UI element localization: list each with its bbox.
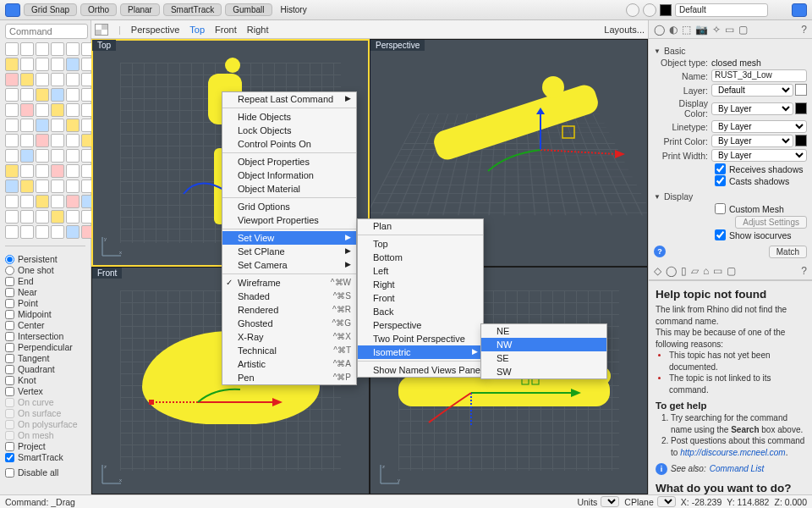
cube-icon[interactable]: ▱	[691, 265, 699, 277]
tool-button[interactable]	[51, 210, 64, 224]
info-icon[interactable]: ?	[654, 246, 666, 257]
layers-icon[interactable]: ◇	[654, 265, 661, 277]
display-icon[interactable]: ▭	[725, 24, 734, 36]
midpoint-checkbox[interactable]	[5, 310, 14, 319]
tool-button[interactable]	[66, 73, 80, 86]
tool-button[interactable]	[5, 225, 19, 239]
objprops2-icon[interactable]: ◯	[666, 265, 677, 277]
stop-icon[interactable]	[643, 3, 656, 17]
menu-repeat-last[interactable]: Repeat Last Command▶	[222, 92, 356, 106]
project-checkbox[interactable]	[5, 442, 14, 451]
tab-right[interactable]: Right	[247, 25, 269, 35]
submenu-front[interactable]: Front	[358, 291, 483, 305]
history-toggle[interactable]: History	[276, 4, 312, 15]
casts-shadows-checkbox[interactable]	[715, 175, 726, 186]
tool-button[interactable]	[20, 195, 34, 208]
tool-button[interactable]	[20, 164, 34, 178]
disable-all-checkbox[interactable]	[5, 468, 14, 478]
submenu-bottom[interactable]: Bottom	[358, 251, 483, 264]
tool-button[interactable]	[5, 134, 19, 147]
tool-button[interactable]	[36, 103, 49, 117]
material-icon[interactable]: ◐	[669, 24, 678, 36]
submenu-right[interactable]: Right	[358, 278, 483, 291]
tool-button[interactable]	[51, 149, 64, 163]
tool-button[interactable]	[66, 195, 80, 208]
vertex-checkbox[interactable]	[5, 387, 14, 396]
menu-object-information[interactable]: Object Information	[222, 168, 356, 182]
iso-sw[interactable]: SW	[481, 365, 606, 378]
tool-button[interactable]	[20, 58, 34, 71]
knot-checkbox[interactable]	[5, 376, 14, 385]
tool-button[interactable]	[36, 58, 49, 71]
tool-button[interactable]	[36, 179, 49, 193]
tool-button[interactable]	[5, 164, 19, 178]
menu-technical[interactable]: Technical^⌘T	[222, 344, 356, 357]
menu-set-view[interactable]: Set View▶	[222, 231, 356, 245]
tool-button[interactable]	[36, 225, 49, 239]
tool-button[interactable]	[36, 195, 49, 208]
help-icon[interactable]: ?	[801, 24, 807, 36]
menu-viewport-properties[interactable]: Viewport Properties	[222, 213, 356, 227]
doc-icon[interactable]: ▯	[681, 265, 687, 277]
tool-button[interactable]	[66, 179, 80, 193]
tool-button[interactable]	[66, 210, 80, 224]
gumball-toggle[interactable]: Gumball	[225, 3, 272, 16]
tool-button[interactable]	[5, 119, 19, 132]
cplane-select[interactable]	[657, 496, 676, 507]
tool-button[interactable]	[66, 42, 80, 56]
tool-button[interactable]	[5, 149, 19, 163]
smarttrack-checkbox[interactable]	[5, 453, 14, 462]
discourse-link[interactable]: http://discourse.mcneel.com	[680, 448, 786, 457]
match-button[interactable]: Match	[769, 246, 807, 258]
receives-shadows-checkbox[interactable]	[715, 163, 726, 174]
persistent-radio[interactable]	[5, 255, 14, 264]
units-select[interactable]	[601, 496, 619, 507]
name-input[interactable]: RUST_3d_Low	[711, 69, 807, 82]
grid-snap-toggle[interactable]: Grid Snap	[24, 3, 77, 16]
tab-front[interactable]: Front	[215, 25, 237, 35]
iso-nw[interactable]: NW	[481, 338, 606, 351]
display-color-select[interactable]: By Layer	[711, 102, 793, 115]
end-checkbox[interactable]	[5, 277, 14, 286]
package-icon[interactable]: ⬚	[682, 24, 691, 36]
menu-pen[interactable]: Pen^⌘P	[222, 371, 356, 384]
tab-top[interactable]: Top	[189, 25, 205, 35]
tool-button[interactable]	[20, 73, 34, 86]
tangent-checkbox[interactable]	[5, 354, 14, 363]
tool-button[interactable]	[5, 195, 19, 208]
tool-button[interactable]	[5, 88, 19, 102]
tool-button[interactable]	[66, 225, 80, 239]
page-icon[interactable]: ▢	[738, 24, 748, 36]
tool-button[interactable]	[5, 42, 19, 56]
ortho-toggle[interactable]: Ortho	[80, 3, 117, 16]
tool-button[interactable]	[51, 88, 64, 102]
tool-button[interactable]	[5, 179, 19, 193]
color-swatch[interactable]	[660, 4, 672, 16]
tool-button[interactable]	[51, 103, 64, 117]
tool-button[interactable]	[20, 179, 34, 193]
tool-button[interactable]	[5, 103, 19, 117]
tool-button[interactable]	[66, 58, 80, 71]
tool-button[interactable]	[5, 73, 19, 86]
menu-ghosted[interactable]: Ghosted^⌘G	[222, 317, 356, 330]
tool-button[interactable]	[36, 42, 49, 56]
tool-button[interactable]	[66, 88, 80, 102]
tool-button[interactable]	[66, 103, 80, 117]
submenu-top[interactable]: Top	[358, 237, 483, 251]
camera-icon[interactable]: 📷	[695, 24, 708, 36]
menu-rendered[interactable]: Rendered^⌘R	[222, 303, 356, 317]
custom-mesh-checkbox[interactable]	[715, 203, 726, 214]
help2-icon[interactable]: ?	[801, 265, 807, 277]
show-isocurves-checkbox[interactable]	[715, 229, 726, 240]
submenu-named-views[interactable]: Show Named Views Panel	[358, 363, 483, 377]
tool-button[interactable]	[36, 119, 49, 132]
panel-toggle-icon[interactable]	[792, 3, 807, 17]
tool-button[interactable]	[20, 225, 34, 239]
intersection-checkbox[interactable]	[5, 332, 14, 341]
center-checkbox[interactable]	[5, 321, 14, 330]
iso-se[interactable]: SE	[481, 351, 606, 365]
tool-button[interactable]	[51, 119, 64, 132]
tool-button[interactable]	[20, 103, 34, 117]
tool-button[interactable]	[66, 164, 80, 178]
tool-button[interactable]	[20, 210, 34, 224]
